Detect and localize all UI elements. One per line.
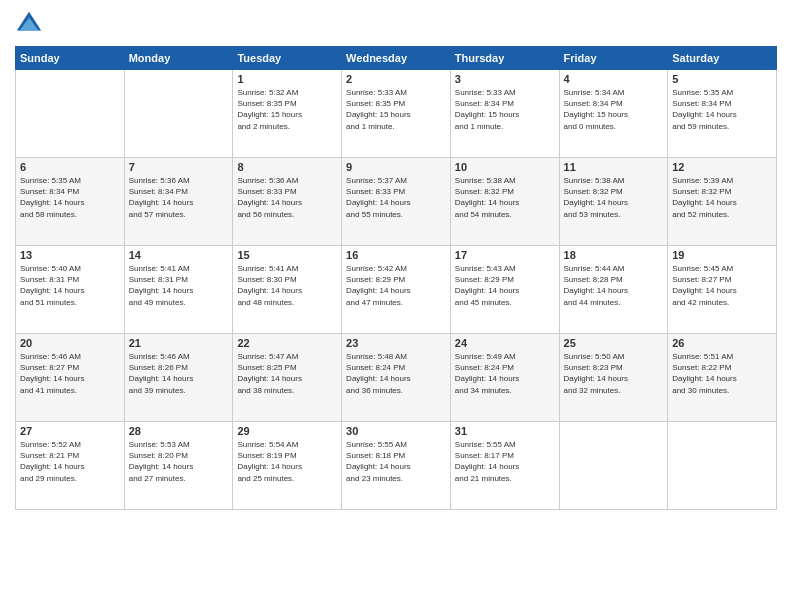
day-info: Sunrise: 5:48 AM Sunset: 8:24 PM Dayligh…	[346, 351, 446, 396]
calendar-cell: 10Sunrise: 5:38 AM Sunset: 8:32 PM Dayli…	[450, 158, 559, 246]
day-info: Sunrise: 5:38 AM Sunset: 8:32 PM Dayligh…	[455, 175, 555, 220]
calendar-header-friday: Friday	[559, 47, 668, 70]
day-number: 4	[564, 73, 664, 85]
day-number: 28	[129, 425, 229, 437]
day-info: Sunrise: 5:39 AM Sunset: 8:32 PM Dayligh…	[672, 175, 772, 220]
day-info: Sunrise: 5:53 AM Sunset: 8:20 PM Dayligh…	[129, 439, 229, 484]
day-info: Sunrise: 5:37 AM Sunset: 8:33 PM Dayligh…	[346, 175, 446, 220]
calendar-cell: 25Sunrise: 5:50 AM Sunset: 8:23 PM Dayli…	[559, 334, 668, 422]
day-info: Sunrise: 5:38 AM Sunset: 8:32 PM Dayligh…	[564, 175, 664, 220]
calendar-cell	[124, 70, 233, 158]
day-number: 27	[20, 425, 120, 437]
calendar-cell: 19Sunrise: 5:45 AM Sunset: 8:27 PM Dayli…	[668, 246, 777, 334]
calendar-cell: 7Sunrise: 5:36 AM Sunset: 8:34 PM Daylig…	[124, 158, 233, 246]
day-number: 20	[20, 337, 120, 349]
calendar-cell: 2Sunrise: 5:33 AM Sunset: 8:35 PM Daylig…	[342, 70, 451, 158]
calendar-cell: 15Sunrise: 5:41 AM Sunset: 8:30 PM Dayli…	[233, 246, 342, 334]
day-info: Sunrise: 5:55 AM Sunset: 8:18 PM Dayligh…	[346, 439, 446, 484]
calendar-cell	[16, 70, 125, 158]
day-number: 29	[237, 425, 337, 437]
day-number: 19	[672, 249, 772, 261]
header	[15, 10, 777, 38]
page: SundayMondayTuesdayWednesdayThursdayFrid…	[0, 0, 792, 612]
day-info: Sunrise: 5:42 AM Sunset: 8:29 PM Dayligh…	[346, 263, 446, 308]
calendar-cell: 30Sunrise: 5:55 AM Sunset: 8:18 PM Dayli…	[342, 422, 451, 510]
calendar-cell: 20Sunrise: 5:46 AM Sunset: 8:27 PM Dayli…	[16, 334, 125, 422]
day-number: 1	[237, 73, 337, 85]
calendar-header-wednesday: Wednesday	[342, 47, 451, 70]
day-number: 8	[237, 161, 337, 173]
calendar-cell: 1Sunrise: 5:32 AM Sunset: 8:35 PM Daylig…	[233, 70, 342, 158]
day-number: 21	[129, 337, 229, 349]
day-number: 31	[455, 425, 555, 437]
day-info: Sunrise: 5:33 AM Sunset: 8:34 PM Dayligh…	[455, 87, 555, 132]
calendar-header-thursday: Thursday	[450, 47, 559, 70]
calendar-cell: 13Sunrise: 5:40 AM Sunset: 8:31 PM Dayli…	[16, 246, 125, 334]
calendar-cell	[559, 422, 668, 510]
calendar-week-2: 13Sunrise: 5:40 AM Sunset: 8:31 PM Dayli…	[16, 246, 777, 334]
calendar-cell: 23Sunrise: 5:48 AM Sunset: 8:24 PM Dayli…	[342, 334, 451, 422]
day-number: 5	[672, 73, 772, 85]
calendar-cell: 8Sunrise: 5:36 AM Sunset: 8:33 PM Daylig…	[233, 158, 342, 246]
day-number: 25	[564, 337, 664, 349]
day-info: Sunrise: 5:50 AM Sunset: 8:23 PM Dayligh…	[564, 351, 664, 396]
calendar-cell: 12Sunrise: 5:39 AM Sunset: 8:32 PM Dayli…	[668, 158, 777, 246]
calendar-week-3: 20Sunrise: 5:46 AM Sunset: 8:27 PM Dayli…	[16, 334, 777, 422]
day-number: 9	[346, 161, 446, 173]
day-info: Sunrise: 5:36 AM Sunset: 8:33 PM Dayligh…	[237, 175, 337, 220]
day-number: 24	[455, 337, 555, 349]
calendar-cell: 11Sunrise: 5:38 AM Sunset: 8:32 PM Dayli…	[559, 158, 668, 246]
calendar-cell: 21Sunrise: 5:46 AM Sunset: 8:26 PM Dayli…	[124, 334, 233, 422]
calendar-cell: 29Sunrise: 5:54 AM Sunset: 8:19 PM Dayli…	[233, 422, 342, 510]
calendar-header-saturday: Saturday	[668, 47, 777, 70]
calendar-cell	[668, 422, 777, 510]
day-info: Sunrise: 5:54 AM Sunset: 8:19 PM Dayligh…	[237, 439, 337, 484]
calendar-cell: 9Sunrise: 5:37 AM Sunset: 8:33 PM Daylig…	[342, 158, 451, 246]
day-info: Sunrise: 5:52 AM Sunset: 8:21 PM Dayligh…	[20, 439, 120, 484]
day-number: 12	[672, 161, 772, 173]
calendar-cell: 27Sunrise: 5:52 AM Sunset: 8:21 PM Dayli…	[16, 422, 125, 510]
day-info: Sunrise: 5:47 AM Sunset: 8:25 PM Dayligh…	[237, 351, 337, 396]
day-info: Sunrise: 5:46 AM Sunset: 8:27 PM Dayligh…	[20, 351, 120, 396]
day-info: Sunrise: 5:32 AM Sunset: 8:35 PM Dayligh…	[237, 87, 337, 132]
day-info: Sunrise: 5:41 AM Sunset: 8:31 PM Dayligh…	[129, 263, 229, 308]
logo	[15, 10, 47, 38]
calendar-week-4: 27Sunrise: 5:52 AM Sunset: 8:21 PM Dayli…	[16, 422, 777, 510]
day-info: Sunrise: 5:35 AM Sunset: 8:34 PM Dayligh…	[20, 175, 120, 220]
day-number: 13	[20, 249, 120, 261]
day-number: 15	[237, 249, 337, 261]
day-number: 23	[346, 337, 446, 349]
calendar-cell: 5Sunrise: 5:35 AM Sunset: 8:34 PM Daylig…	[668, 70, 777, 158]
calendar-cell: 18Sunrise: 5:44 AM Sunset: 8:28 PM Dayli…	[559, 246, 668, 334]
day-info: Sunrise: 5:34 AM Sunset: 8:34 PM Dayligh…	[564, 87, 664, 132]
day-info: Sunrise: 5:55 AM Sunset: 8:17 PM Dayligh…	[455, 439, 555, 484]
day-info: Sunrise: 5:51 AM Sunset: 8:22 PM Dayligh…	[672, 351, 772, 396]
day-number: 3	[455, 73, 555, 85]
calendar-header-tuesday: Tuesday	[233, 47, 342, 70]
calendar-cell: 3Sunrise: 5:33 AM Sunset: 8:34 PM Daylig…	[450, 70, 559, 158]
day-number: 6	[20, 161, 120, 173]
day-info: Sunrise: 5:43 AM Sunset: 8:29 PM Dayligh…	[455, 263, 555, 308]
calendar-cell: 4Sunrise: 5:34 AM Sunset: 8:34 PM Daylig…	[559, 70, 668, 158]
calendar-cell: 31Sunrise: 5:55 AM Sunset: 8:17 PM Dayli…	[450, 422, 559, 510]
day-info: Sunrise: 5:44 AM Sunset: 8:28 PM Dayligh…	[564, 263, 664, 308]
day-number: 2	[346, 73, 446, 85]
day-info: Sunrise: 5:33 AM Sunset: 8:35 PM Dayligh…	[346, 87, 446, 132]
day-info: Sunrise: 5:41 AM Sunset: 8:30 PM Dayligh…	[237, 263, 337, 308]
calendar-cell: 28Sunrise: 5:53 AM Sunset: 8:20 PM Dayli…	[124, 422, 233, 510]
day-number: 11	[564, 161, 664, 173]
day-info: Sunrise: 5:46 AM Sunset: 8:26 PM Dayligh…	[129, 351, 229, 396]
calendar-week-0: 1Sunrise: 5:32 AM Sunset: 8:35 PM Daylig…	[16, 70, 777, 158]
day-number: 16	[346, 249, 446, 261]
day-info: Sunrise: 5:40 AM Sunset: 8:31 PM Dayligh…	[20, 263, 120, 308]
calendar-week-1: 6Sunrise: 5:35 AM Sunset: 8:34 PM Daylig…	[16, 158, 777, 246]
day-info: Sunrise: 5:36 AM Sunset: 8:34 PM Dayligh…	[129, 175, 229, 220]
calendar-header-monday: Monday	[124, 47, 233, 70]
calendar-cell: 6Sunrise: 5:35 AM Sunset: 8:34 PM Daylig…	[16, 158, 125, 246]
calendar-cell: 22Sunrise: 5:47 AM Sunset: 8:25 PM Dayli…	[233, 334, 342, 422]
calendar-cell: 14Sunrise: 5:41 AM Sunset: 8:31 PM Dayli…	[124, 246, 233, 334]
day-info: Sunrise: 5:35 AM Sunset: 8:34 PM Dayligh…	[672, 87, 772, 132]
day-number: 18	[564, 249, 664, 261]
day-number: 26	[672, 337, 772, 349]
calendar-cell: 24Sunrise: 5:49 AM Sunset: 8:24 PM Dayli…	[450, 334, 559, 422]
